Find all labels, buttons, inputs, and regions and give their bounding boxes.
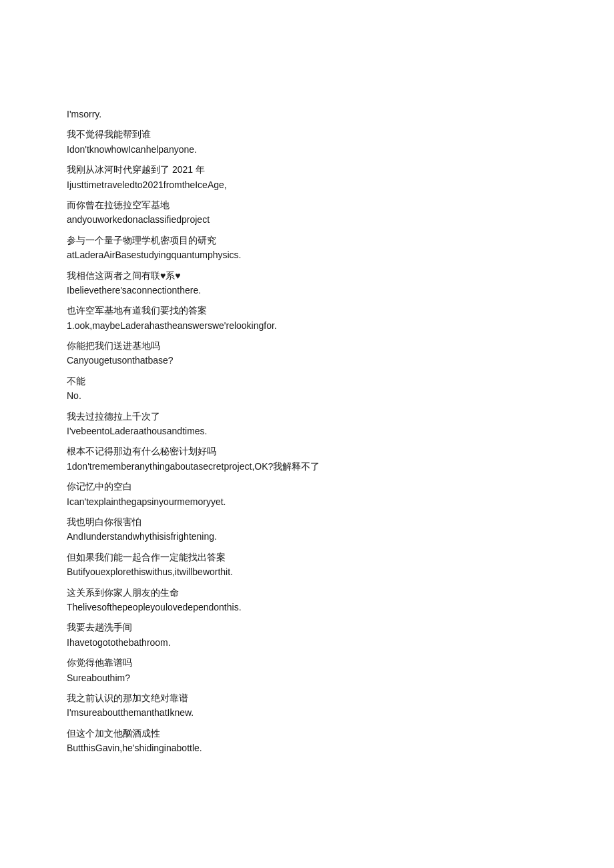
dialogue-line-english: I'vebeentoLaderaathousandtimes.	[67, 424, 587, 438]
dialogue-line-chinese: 根本不记得那边有什么秘密计划好吗	[67, 444, 587, 458]
dialogue-line-english: Ican'texplainthegapsinyourmemoryyet.	[67, 494, 587, 509]
dialogue-block: 参与一个量子物理学机密项目的研究atLaderaAirBasestudyingq…	[67, 233, 587, 263]
dialogue-line-chinese: 我也明白你很害怕	[67, 514, 587, 529]
dialogue-line-chinese: 我之前认识的那加文绝对靠谱	[67, 691, 587, 705]
dialogue-line-chinese: 也许空军基地有道我们要找的答案	[67, 303, 587, 318]
dialogue-line-english: Canyougetusonthatbase?	[67, 353, 587, 368]
dialogue-line-english: Idon'tknowhowIcanhelpanyone.	[67, 142, 587, 157]
dialogue-block: 但这个加文他酗酒成性ButthisGavin,he'shidinginabott…	[67, 726, 587, 756]
dialogue-block: 你能把我们送进基地吗Canyougetusonthatbase?	[67, 338, 587, 368]
dialogue-line-english: Sureabouthim?	[67, 671, 587, 685]
dialogue-line-chinese: 我相信这两者之间有联♥系♥	[67, 268, 587, 283]
dialogue-line-chinese: 你觉得他靠谱吗	[67, 655, 587, 670]
dialogue-line-english: I'msureaboutthemanthatIknew.	[67, 705, 587, 720]
dialogue-line-chinese: 这关系到你家人朋友的生命	[67, 585, 587, 600]
dialogue-block: 我要去趟洗手间Ihavetogotothebathroom.	[67, 620, 587, 650]
dialogue-line-english: Butifyouexplorethiswithus,itwillbeworthi…	[67, 564, 587, 579]
dialogue-line-chinese: 我刚从冰河时代穿越到了 2021 年	[67, 162, 587, 177]
dialogue-block: 根本不记得那边有什么秘密计划好吗1don'trememberanythingab…	[67, 444, 587, 474]
dialogue-block: 我去过拉德拉上千次了I'vebeentoLaderaathousandtimes…	[67, 409, 587, 439]
dialogue-line-chinese: 不能	[67, 374, 587, 388]
dialogue-line-english: 1don'trememberanythingaboutasecretprojec…	[67, 459, 587, 474]
dialogue-block: 但如果我们能一起合作一定能找出答案Butifyouexplorethiswith…	[67, 550, 587, 580]
dialogue-block: 不能No.	[67, 374, 587, 404]
dialogue-line-english: Ihavetogotothebathroom.	[67, 635, 587, 650]
dialogue-block: 我也明白你很害怕AndIunderstandwhythisisfrighteni…	[67, 514, 587, 544]
content-container: I'msorry.我不觉得我能帮到谁Idon'tknowhowIcanhelpa…	[67, 107, 587, 755]
dialogue-line-english: I'msorry.	[67, 107, 587, 121]
dialogue-block: I'msorry.	[67, 107, 587, 121]
dialogue-line-chinese: 而你曾在拉德拉空军基地	[67, 197, 587, 212]
dialogue-line-chinese: 你记忆中的空白	[67, 479, 587, 494]
dialogue-line-chinese: 我去过拉德拉上千次了	[67, 409, 587, 424]
dialogue-line-chinese: 我要去趟洗手间	[67, 620, 587, 634]
dialogue-block: 而你曾在拉德拉空军基地andyouworkedonaclassifiedproj…	[67, 197, 587, 228]
dialogue-block: 你记忆中的空白Ican'texplainthegapsinyourmemoryy…	[67, 479, 587, 509]
dialogue-line-english: 1.ook,maybeLaderahastheanswerswe'relooki…	[67, 318, 587, 333]
dialogue-line-chinese: 但如果我们能一起合作一定能找出答案	[67, 550, 587, 564]
dialogue-line-english: Ijusttimetraveledto2021fromtheIceAge,	[67, 177, 587, 192]
dialogue-line-chinese: 你能把我们送进基地吗	[67, 338, 587, 353]
dialogue-block: 我之前认识的那加文绝对靠谱I'msureaboutthemanthatIknew…	[67, 691, 587, 721]
dialogue-line-english: ButthisGavin,he'shidinginabottle.	[67, 741, 587, 755]
dialogue-block: 你觉得他靠谱吗Sureabouthim?	[67, 655, 587, 685]
dialogue-line-english: Thelivesofthepeopleyoulovedependonthis.	[67, 600, 587, 614]
dialogue-line-english: andyouworkedonaclassifiedproject	[67, 212, 587, 227]
dialogue-block: 我刚从冰河时代穿越到了 2021 年Ijusttimetraveledto202…	[67, 162, 587, 192]
dialogue-line-english: atLaderaAirBasestudyingquantumphysics.	[67, 248, 587, 262]
dialogue-line-english: Ibelievethere'saconnectionthere.	[67, 283, 587, 298]
dialogue-line-chinese: 我不觉得我能帮到谁	[67, 127, 587, 141]
dialogue-block: 也许空军基地有道我们要找的答案1.ook,maybeLaderahasthean…	[67, 303, 587, 333]
dialogue-block: 这关系到你家人朋友的生命Thelivesofthepeopleyoulovede…	[67, 585, 587, 615]
dialogue-line-chinese: 参与一个量子物理学机密项目的研究	[67, 233, 587, 248]
dialogue-line-english: AndIunderstandwhythisisfrightening.	[67, 529, 587, 544]
dialogue-line-chinese: 但这个加文他酗酒成性	[67, 726, 587, 741]
dialogue-block: 我相信这两者之间有联♥系♥Ibelievethere'saconnectiont…	[67, 268, 587, 298]
dialogue-block: 我不觉得我能帮到谁Idon'tknowhowIcanhelpanyone.	[67, 127, 587, 157]
dialogue-line-english: No.	[67, 388, 587, 403]
